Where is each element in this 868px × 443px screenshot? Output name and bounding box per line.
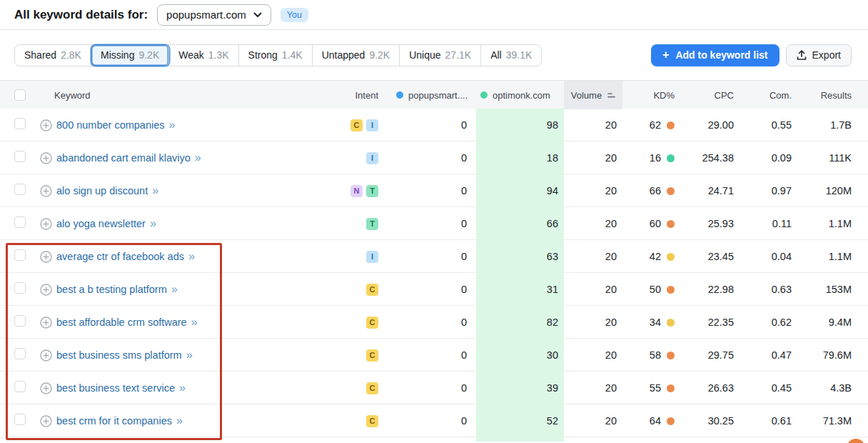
row-checkbox[interactable]	[14, 184, 26, 195]
open-keyword-icon[interactable]: »	[150, 218, 156, 229]
expand-plus-icon[interactable]	[40, 415, 52, 427]
keyword-link[interactable]: average ctr of facebook ads	[56, 251, 184, 262]
optimonk-position-value: 31	[476, 273, 564, 306]
sort-icon	[607, 91, 615, 99]
row-checkbox[interactable]	[14, 282, 26, 294]
filter-tab-unique[interactable]: Unique 27.1K	[400, 45, 481, 66]
open-keyword-icon[interactable]: »	[171, 284, 178, 295]
popupsmart-position-value: 0	[384, 185, 476, 196]
row-checkbox[interactable]	[14, 249, 26, 261]
expand-plus-icon[interactable]	[40, 284, 52, 296]
column-header-cpc[interactable]: CPC	[680, 81, 740, 109]
expand-plus-icon[interactable]	[40, 317, 52, 329]
row-checkbox[interactable]	[14, 348, 26, 359]
expand-plus-icon[interactable]	[40, 119, 52, 131]
keyword-link[interactable]: 800 number companies	[56, 119, 165, 131]
keyword-link[interactable]: best a b testing platform	[56, 284, 167, 295]
column-header-keyword[interactable]: Keyword	[40, 81, 314, 109]
column-header-com[interactable]: Com.	[740, 81, 797, 109]
volume-value: 20	[564, 415, 622, 427]
filter-tab-untapped[interactable]: Untapped 9.2K	[313, 45, 400, 66]
volume-value: 20	[564, 218, 622, 229]
kd-value: 50	[650, 284, 661, 295]
results-value: 1.7B	[797, 119, 868, 131]
intent-badge-c: C	[366, 349, 378, 362]
kd-dot-icon	[667, 352, 675, 359]
open-keyword-icon[interactable]: »	[191, 317, 198, 328]
intent-badge-i: I	[366, 152, 378, 164]
results-value: 1.1M	[797, 251, 868, 262]
filter-tab-label: All	[490, 49, 502, 61]
cpc-value: 23.45	[680, 251, 740, 262]
select-all-checkbox[interactable]	[14, 89, 26, 101]
row-checkbox[interactable]	[14, 315, 26, 327]
column-header-results[interactable]: Results	[797, 81, 868, 109]
filter-tab-label: Strong	[248, 49, 278, 61]
results-value: 111K	[797, 152, 868, 164]
expand-plus-icon[interactable]	[40, 349, 52, 362]
open-keyword-icon[interactable]: »	[179, 382, 186, 394]
filter-tab-label: Shared	[24, 49, 56, 61]
popupsmart-position-value: 0	[384, 152, 476, 164]
row-checkbox[interactable]	[14, 151, 26, 162]
popupsmart-position-value: 0	[384, 218, 476, 229]
column-header-volume[interactable]: Volume	[564, 81, 622, 109]
row-checkbox[interactable]	[14, 118, 26, 129]
open-keyword-icon[interactable]: »	[186, 349, 193, 361]
filter-tab-shared[interactable]: Shared 2.8K	[15, 45, 91, 66]
expand-plus-icon[interactable]	[40, 185, 52, 197]
column-header-kd[interactable]: KD%	[622, 81, 680, 109]
keyword-link[interactable]: best business text service	[56, 382, 175, 394]
expand-plus-icon[interactable]	[40, 382, 52, 394]
kd-cell: 55	[622, 382, 680, 394]
export-icon	[797, 50, 807, 61]
open-keyword-icon[interactable]: »	[176, 415, 183, 427]
toolbar: Shared 2.8K Missing 9.2K Weak 1.3K Stron…	[0, 30, 868, 80]
open-keyword-icon[interactable]: »	[195, 152, 201, 164]
keyword-link[interactable]: best business sms platform	[56, 349, 182, 361]
keyword-link[interactable]: alo yoga newsletter	[56, 218, 146, 229]
kd-value: 60	[650, 218, 661, 229]
expand-plus-icon[interactable]	[40, 152, 52, 164]
kd-dot-icon	[667, 319, 675, 327]
kd-cell: 64	[622, 415, 680, 427]
keyword-link[interactable]: alo sign up discount	[56, 185, 148, 196]
export-button[interactable]: Export	[786, 44, 852, 66]
column-header-optimonk[interactable]: optimonk.com	[476, 81, 564, 109]
filter-tab-strong[interactable]: Strong 1.4K	[239, 45, 313, 66]
table-row: alo sign up discount » NT 0 94 20 66 24.…	[0, 174, 868, 207]
kd-dot-icon	[667, 154, 675, 162]
page-header: All keyword details for: popupsmart.com …	[0, 0, 868, 30]
kd-dot-icon	[667, 384, 675, 392]
results-value: 9.4M	[797, 317, 868, 328]
open-keyword-icon[interactable]: »	[188, 251, 195, 262]
row-checkbox[interactable]	[14, 381, 26, 392]
intent-badges: T	[314, 218, 384, 230]
filter-tab-weak[interactable]: Weak 1.3K	[169, 45, 238, 66]
keyword-link[interactable]: abandoned cart email klaviyo	[56, 152, 191, 164]
expand-plus-icon[interactable]	[40, 218, 52, 230]
column-header-popupsmart[interactable]: popupsmart....	[384, 81, 476, 109]
open-keyword-icon[interactable]: »	[152, 185, 158, 196]
filter-tab-missing[interactable]: Missing 9.2K	[91, 45, 169, 66]
column-header-intent[interactable]: Intent	[314, 81, 384, 109]
you-badge: You	[281, 8, 308, 22]
filter-tab-group: Shared 2.8K Missing 9.2K Weak 1.3K Stron…	[14, 44, 542, 66]
intent-badges: C	[314, 349, 384, 362]
row-checkbox[interactable]	[14, 414, 26, 425]
keyword-link[interactable]: best crm for it companies	[56, 415, 172, 427]
kd-cell: 34	[622, 317, 680, 328]
add-to-keyword-list-button[interactable]: + Add to keyword list	[651, 44, 779, 66]
cpc-value: 29.75	[680, 349, 740, 361]
intent-badges: CI	[314, 119, 384, 131]
partial-next-row	[0, 437, 868, 442]
plus-icon: +	[662, 49, 669, 61]
com-value: 0.45	[740, 382, 797, 394]
open-keyword-icon[interactable]: »	[169, 119, 176, 131]
row-checkbox[interactable]	[14, 216, 26, 228]
domain-selector-dropdown[interactable]: popupsmart.com	[157, 4, 271, 26]
keyword-link[interactable]: best affordable crm software	[56, 317, 187, 328]
intent-badges: I	[314, 152, 384, 164]
expand-plus-icon[interactable]	[40, 251, 52, 263]
filter-tab-all[interactable]: All 39.1K	[481, 45, 541, 66]
